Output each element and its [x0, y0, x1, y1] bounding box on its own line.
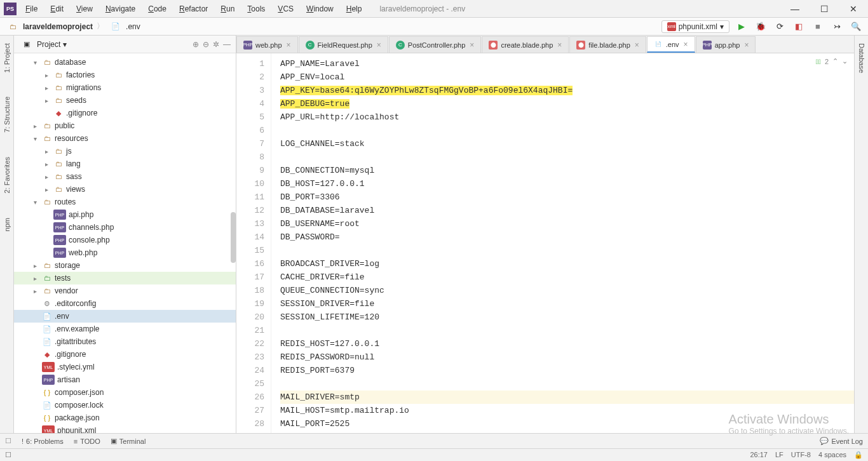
line-separator[interactable]: LF — [775, 451, 783, 459]
editor-body[interactable]: 1234567891011121314151617181920212223242… — [236, 53, 854, 433]
rail----project[interactable]: 1: Project — [3, 41, 11, 75]
lock-icon[interactable]: 🔒 — [854, 451, 863, 459]
menu-run[interactable]: Run — [215, 2, 240, 16]
code-line-6[interactable] — [280, 124, 854, 137]
rail----favorites[interactable]: 2: Favorites — [3, 154, 11, 196]
tree-node-public[interactable]: ▸🗀public — [14, 119, 236, 132]
tree-node-api-php[interactable]: PHPapi.php — [14, 208, 236, 221]
tree-arrow-icon[interactable]: ▾ — [31, 199, 39, 206]
breadcrumb-file[interactable]: 📄.env — [108, 22, 140, 32]
tree-node-tests[interactable]: ▸🗀tests — [14, 272, 236, 284]
event-log-button[interactable]: 💬 Event Log — [820, 437, 863, 445]
tree-node-package-json[interactable]: { }package.json — [14, 411, 236, 424]
code-line-13[interactable]: DB_USERNAME=root — [280, 217, 854, 230]
tab-app-php[interactable]: PHPapp.php× — [696, 36, 756, 53]
tree-arrow-icon[interactable]: ▸ — [31, 262, 39, 269]
tree-node-database[interactable]: ▾🗀database — [14, 56, 236, 69]
rail-database[interactable]: Database — [858, 41, 865, 76]
close-icon[interactable]: × — [557, 41, 562, 50]
project-tree[interactable]: ▾🗀database▸🗀factories▸🗀migrations▸🗀seeds… — [14, 53, 236, 433]
tree-node-js[interactable]: ▸🗀js — [14, 145, 236, 157]
tree-node--gitignore[interactable]: ◆.gitignore — [14, 107, 236, 119]
panel-tool-2[interactable]: ✲ — [213, 40, 219, 49]
code-line-4[interactable]: APP_DEBUG=true — [280, 97, 854, 110]
close-icon[interactable]: × — [744, 41, 749, 50]
tree-arrow-icon[interactable]: ▸ — [42, 148, 51, 155]
search-everywhere-button[interactable]: 🔍 — [849, 20, 863, 34]
tree-arrow-icon[interactable]: ▸ — [31, 123, 39, 130]
tool-terminal[interactable]: ▣Terminal — [111, 437, 146, 445]
menu-tools[interactable]: Tools — [242, 2, 270, 16]
tree-arrow-icon[interactable]: ▸ — [42, 72, 51, 79]
tree-arrow-icon[interactable]: ▸ — [31, 275, 39, 282]
tree-node-vendor[interactable]: ▸🗀vendor — [14, 284, 236, 297]
expand-icon[interactable]: ☐ — [5, 437, 11, 445]
code-line-24[interactable]: REDIS_PORT=6379 — [280, 364, 854, 377]
menu-vcs[interactable]: VCS — [273, 2, 299, 16]
file-encoding[interactable]: UTF-8 — [791, 451, 811, 459]
code-line-9[interactable]: DB_CONNECTION=mysql — [280, 164, 854, 177]
code-line-16[interactable]: BROADCAST_DRIVER=log — [280, 257, 854, 271]
menu-refactor[interactable]: Refactor — [174, 2, 213, 16]
debug-button[interactable]: 🐞 — [754, 20, 768, 34]
code-line-21[interactable] — [280, 324, 854, 337]
tree-node--gitignore[interactable]: ◆.gitignore — [14, 348, 236, 361]
tree-node-factories[interactable]: ▸🗀factories — [14, 69, 236, 81]
menu-window[interactable]: Window — [301, 2, 339, 16]
menu-view[interactable]: View — [71, 2, 98, 16]
tree-arrow-icon[interactable]: ▾ — [31, 59, 39, 66]
code-line-1[interactable]: APP_NAME=Laravel — [280, 57, 854, 70]
panel-tool-0[interactable]: ⊕ — [193, 40, 199, 49]
code-line-5[interactable]: APP_URL=http://localhost — [280, 110, 854, 124]
code-area[interactable]: APP_NAME=LaravelAPP_ENV=localAPP_KEY=bas… — [271, 53, 854, 433]
code-line-18[interactable]: QUEUE_CONNECTION=sync — [280, 284, 854, 297]
run-configuration-selector[interactable]: xml phpunit.xml ▾ — [661, 20, 729, 33]
tab-file-blade-php[interactable]: ⬤file.blade.php× — [569, 36, 646, 53]
code-line-3[interactable]: APP_KEY=base64:ql6WyZOYPhLw8ZTsqFMGgVoBP… — [280, 84, 854, 97]
tab-create-blade-php[interactable]: ⬤create.blade.php× — [482, 36, 569, 53]
tree-node-composer-json[interactable]: { }composer.json — [14, 386, 236, 399]
tree-arrow-icon[interactable]: ▸ — [42, 161, 51, 168]
tree-node-channels-php[interactable]: PHPchannels.php — [14, 221, 236, 234]
menu-edit[interactable]: Edit — [45, 2, 69, 16]
tree-node--editorconfig[interactable]: ⚙.editorconfig — [14, 297, 236, 310]
code-line-14[interactable]: DB_PASSWORD= — [280, 230, 854, 244]
code-line-17[interactable]: CACHE_DRIVER=file — [280, 271, 854, 284]
close-icon[interactable]: × — [377, 41, 381, 50]
tree-node--styleci-yml[interactable]: YML.styleci.yml — [14, 361, 236, 373]
update-button[interactable]: ↣ — [830, 20, 844, 34]
maximize-button[interactable]: ☐ — [810, 0, 839, 18]
profile-button[interactable]: ◧ — [792, 20, 806, 34]
code-line-15[interactable] — [280, 244, 854, 257]
minimize-button[interactable]: — — [780, 0, 810, 18]
tab-web-php[interactable]: PHPweb.php× — [236, 36, 298, 53]
tool-todo[interactable]: ≡TODO — [74, 437, 100, 445]
tree-node--env-example[interactable]: 📄.env.example — [14, 323, 236, 335]
tree-arrow-icon[interactable]: ▸ — [31, 288, 39, 295]
code-line-8[interactable] — [280, 150, 854, 164]
scrollbar-thumb[interactable] — [231, 212, 236, 263]
tree-node-lang[interactable]: ▸🗀lang — [14, 157, 236, 170]
tree-arrow-icon[interactable]: ▾ — [31, 135, 39, 142]
tree-arrow-icon[interactable]: ▸ — [42, 97, 51, 104]
code-line-29[interactable]: MAIL_USERNAME=null — [280, 431, 854, 433]
tree-node-artisan[interactable]: PHPartisan — [14, 373, 236, 386]
tree-node-resources[interactable]: ▾🗀resources — [14, 132, 236, 145]
code-line-19[interactable]: SESSION_DRIVER=file — [280, 297, 854, 311]
tool-6--problems[interactable]: !6: Problems — [22, 437, 64, 445]
close-icon[interactable]: × — [470, 41, 474, 50]
next-highlight-icon[interactable]: ⌄ — [842, 57, 848, 65]
tree-node--env[interactable]: 📄.env — [14, 310, 236, 323]
tree-node-migrations[interactable]: ▸🗀migrations — [14, 81, 236, 94]
rail-npm[interactable]: npm — [3, 215, 11, 234]
code-line-10[interactable]: DB_HOST=127.0.0.1 — [280, 177, 854, 190]
code-line-11[interactable]: DB_PORT=3306 — [280, 190, 854, 204]
tree-node-console-php[interactable]: PHPconsole.php — [14, 234, 236, 246]
tab-fieldrequest-php[interactable]: CFieldRequest.php× — [299, 36, 388, 53]
editor-inspections[interactable]: ✔ͮ 2 ⌃ ⌄ — [816, 57, 848, 65]
cursor-position[interactable]: 26:17 — [750, 451, 768, 459]
code-line-25[interactable] — [280, 377, 854, 391]
status-icon[interactable]: ☐ — [5, 451, 11, 459]
menu-navigate[interactable]: Navigate — [100, 2, 140, 16]
tree-node-phpunit-xml[interactable]: YMLphpunit.xml — [14, 424, 236, 433]
